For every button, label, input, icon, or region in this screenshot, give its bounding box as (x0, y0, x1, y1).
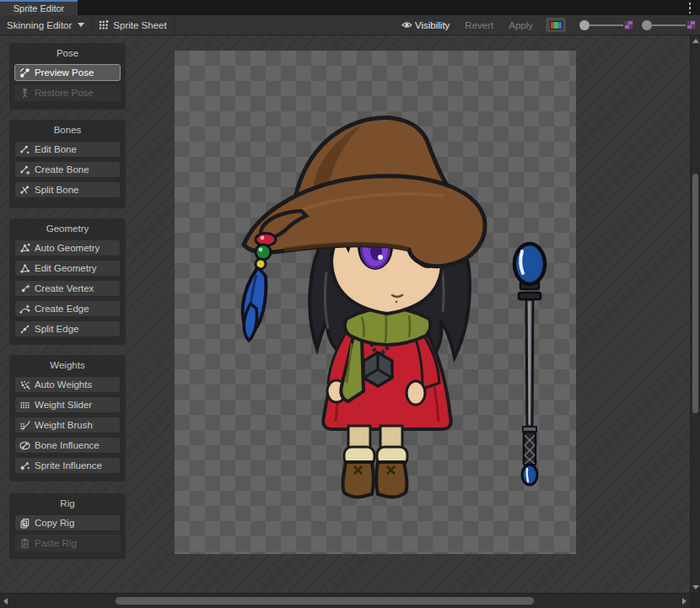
scroll-down-arrow-icon[interactable] (692, 585, 699, 589)
auto-weights-button[interactable]: Auto Weights (14, 376, 121, 393)
sprite-opacity-slider[interactable] (642, 20, 696, 30)
button-label: Auto Geometry (35, 243, 100, 253)
sprite-influence-icon (19, 460, 30, 471)
auto-geometry-button[interactable]: Auto Geometry (14, 239, 121, 256)
button-label: Copy Rig (35, 518, 74, 528)
vertical-scrollbar-thumb[interactable] (692, 174, 698, 413)
scrollbar-corner (690, 593, 700, 608)
sprite-editor-tab[interactable]: Sprite Editor (0, 0, 78, 15)
slider-track[interactable] (652, 24, 686, 26)
apply-label: Apply (509, 20, 533, 30)
copy-rig-button[interactable]: Copy Rig (14, 514, 121, 531)
rig-panel-title: Rig (14, 498, 121, 508)
visibility-toggle-button[interactable]: Visibility (394, 15, 457, 35)
restore-pose-icon (19, 88, 30, 99)
edit-bone-button[interactable]: Edit Bone (14, 141, 121, 158)
create-bone-button[interactable]: Create Bone (14, 161, 121, 178)
weights-panel: Weights Auto Weights Weight Slider Weigh… (8, 354, 127, 482)
revert-button[interactable]: Revert (457, 15, 501, 35)
eye-icon (401, 19, 412, 30)
pose-panel: Pose Preview Pose Restore Pose (8, 42, 127, 110)
staff (514, 244, 545, 485)
button-label: Split Bone (35, 185, 78, 195)
copy-rig-icon (19, 518, 30, 529)
button-label: Restore Pose (35, 88, 94, 98)
transparency-checker-icon (687, 20, 696, 30)
button-label: Preview Pose (35, 67, 94, 78)
kebab-menu-icon (689, 3, 692, 5)
scroll-right-arrow-icon[interactable] (682, 598, 687, 605)
create-edge-button[interactable]: Create Edge (14, 300, 121, 317)
bones-panel: Bones Edit Bone Create Bone Split Bone (8, 119, 127, 209)
tab-bar: Sprite Editor (0, 0, 700, 15)
slider-track[interactable] (590, 24, 623, 26)
split-bone-button[interactable]: Split Bone (14, 181, 121, 198)
bones-panel-title: Bones (14, 125, 121, 135)
transparency-checker-icon (624, 20, 633, 30)
weights-panel-title: Weights (14, 360, 121, 370)
vertical-scrollbar[interactable] (690, 35, 700, 593)
skinning-toolbar: Skinning Editor Sprite Sheet Visibility … (0, 15, 700, 35)
button-label: Auto Weights (35, 379, 92, 390)
slider-handle[interactable] (579, 20, 590, 30)
split-edge-icon (19, 324, 30, 335)
split-bone-icon (19, 185, 30, 196)
button-label: Weight Brush (35, 420, 93, 430)
horizontal-scrollbar-thumb[interactable] (116, 597, 534, 605)
button-label: Paste Rig (35, 538, 77, 548)
sprite-influence-button[interactable]: Sprite Influence (14, 457, 121, 474)
create-vertex-button[interactable]: Create Vertex (14, 280, 121, 297)
window-menu-button[interactable] (686, 3, 694, 13)
sprite-sheet-button[interactable]: Sprite Sheet (92, 15, 173, 35)
slider-handle[interactable] (642, 20, 652, 30)
button-label: Sprite Influence (35, 460, 102, 471)
weight-slider-button[interactable]: Weight Slider (14, 396, 121, 413)
create-bone-icon (19, 164, 30, 175)
button-label: Weight Slider (35, 400, 92, 410)
edit-bone-icon (19, 144, 30, 155)
button-label: Edit Bone (35, 144, 77, 154)
button-label: Bone Influence (35, 440, 100, 450)
tab-title: Sprite Editor (13, 3, 65, 13)
geometry-panel-title: Geometry (14, 223, 121, 234)
mode-dropdown-label: Skinning Editor (7, 20, 72, 30)
paste-rig-icon (19, 538, 30, 549)
horizontal-scrollbar[interactable] (0, 593, 690, 608)
weight-brush-button[interactable]: Weight Brush (14, 417, 121, 433)
edit-geometry-icon (19, 263, 30, 274)
weight-brush-icon (19, 420, 30, 431)
preview-pose-icon (19, 67, 30, 78)
button-label: Create Bone (35, 164, 89, 175)
sprite-sheet-label: Sprite Sheet (113, 20, 166, 30)
bone-influence-button[interactable]: Bone Influence (14, 437, 121, 454)
weight-slider-icon (19, 400, 30, 411)
scroll-left-arrow-icon[interactable] (3, 598, 8, 605)
split-edge-button[interactable]: Split Edge (14, 320, 121, 337)
apply-button[interactable]: Apply (501, 15, 541, 35)
create-vertex-icon (19, 283, 30, 294)
preview-pose-button[interactable]: Preview Pose (14, 64, 121, 81)
pose-panel-title: Pose (14, 48, 121, 58)
button-label: Create Edge (35, 304, 89, 314)
create-edge-icon (19, 304, 30, 315)
geometry-panel: Geometry Auto Geometry Edit Geometry Cre… (8, 218, 127, 346)
button-label: Split Edge (35, 324, 78, 334)
button-label: Edit Geometry (35, 263, 97, 273)
auto-geometry-icon (19, 243, 30, 254)
bone-opacity-slider[interactable] (579, 20, 633, 30)
witch-character-sprite (175, 51, 576, 554)
visibility-label: Visibility (415, 20, 450, 30)
paste-rig-button[interactable]: Paste Rig (14, 535, 121, 552)
rig-panel: Rig Copy Rig Paste Rig (8, 492, 127, 560)
sprite-color-button[interactable] (546, 18, 566, 32)
bone-influence-icon (19, 440, 30, 451)
sprite-sheet-grid-icon (99, 19, 110, 30)
restore-pose-button[interactable]: Restore Pose (14, 84, 121, 101)
toolbar-separator (174, 15, 175, 35)
sprite-canvas[interactable] (175, 51, 576, 554)
scroll-up-arrow-icon[interactable] (692, 39, 699, 43)
auto-weights-icon (19, 379, 30, 390)
mode-dropdown[interactable]: Skinning Editor (0, 15, 91, 35)
revert-label: Revert (465, 20, 493, 30)
edit-geometry-button[interactable]: Edit Geometry (14, 260, 121, 277)
